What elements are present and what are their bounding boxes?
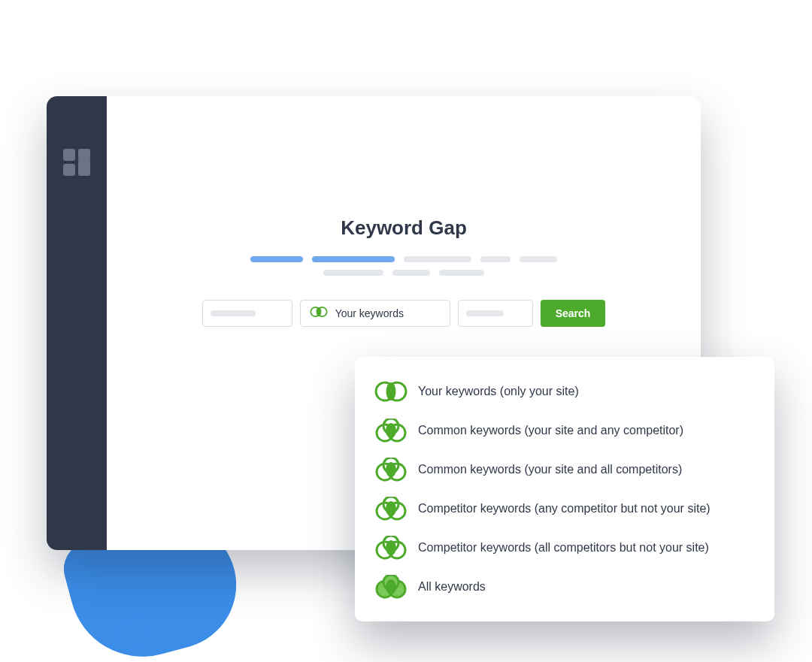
tab-bar-row-2: [323, 270, 484, 276]
svg-point-13: [386, 462, 396, 477]
venn-icon: [374, 379, 408, 404]
dropdown-item-common-all[interactable]: Common keywords (your site and all compe…: [371, 450, 758, 489]
sidebar: [47, 96, 107, 550]
your-keywords-selector[interactable]: Your keywords: [300, 300, 450, 327]
competitor-input[interactable]: [458, 300, 533, 327]
search-button[interactable]: Search: [541, 300, 606, 327]
dropdown-item-common-any[interactable]: Common keywords (your site and any compe…: [371, 411, 758, 450]
venn-icon: [374, 575, 408, 599]
dropdown-item-label: Competitor keywords (all competitors but…: [418, 541, 709, 555]
tab-placeholder: [520, 256, 557, 262]
dropdown-item-label: Common keywords (your site and any compe…: [418, 424, 683, 437]
dropdown-item-label: Common keywords (your site and all compe…: [418, 463, 682, 476]
svg-point-9: [386, 423, 396, 438]
venn-icon: [308, 305, 329, 322]
dropdown-item-competitor-all[interactable]: Competitor keywords (all competitors but…: [371, 528, 758, 567]
your-keywords-label: Your keywords: [335, 307, 404, 319]
svg-point-17: [386, 501, 396, 516]
form-row: Your keywords Search: [202, 300, 606, 327]
dropdown-item-label: Competitor keywords (any competitor but …: [418, 502, 710, 515]
venn-icon: [374, 458, 408, 482]
page-title: Keyword Gap: [341, 216, 467, 240]
venn-icon: [374, 536, 408, 560]
venn-icon: [374, 497, 408, 521]
tab-placeholder: [480, 256, 511, 262]
dropdown-item-all-keywords[interactable]: All keywords: [371, 567, 758, 606]
tab-placeholder: [323, 270, 383, 276]
keyword-filter-dropdown: Your keywords (only your site) Common ke…: [355, 357, 774, 621]
dropdown-item-your-keywords[interactable]: Your keywords (only your site): [371, 372, 758, 411]
app-logo-icon: [63, 149, 90, 176]
venn-icon: [374, 419, 408, 443]
tab-placeholder: [250, 256, 303, 262]
tab-bar-row-1: [250, 256, 557, 262]
svg-point-21: [386, 540, 396, 555]
tab-placeholder: [312, 256, 395, 262]
tab-placeholder: [404, 256, 471, 262]
tab-placeholder: [439, 270, 484, 276]
svg-point-25: [386, 579, 396, 594]
locale-select[interactable]: [202, 300, 292, 327]
svg-point-2: [316, 307, 321, 316]
dropdown-item-label: Your keywords (only your site): [418, 385, 579, 398]
svg-point-5: [386, 382, 396, 401]
tab-placeholder: [392, 270, 430, 276]
dropdown-item-label: All keywords: [418, 580, 486, 594]
dropdown-item-competitor-any[interactable]: Competitor keywords (any competitor but …: [371, 489, 758, 528]
